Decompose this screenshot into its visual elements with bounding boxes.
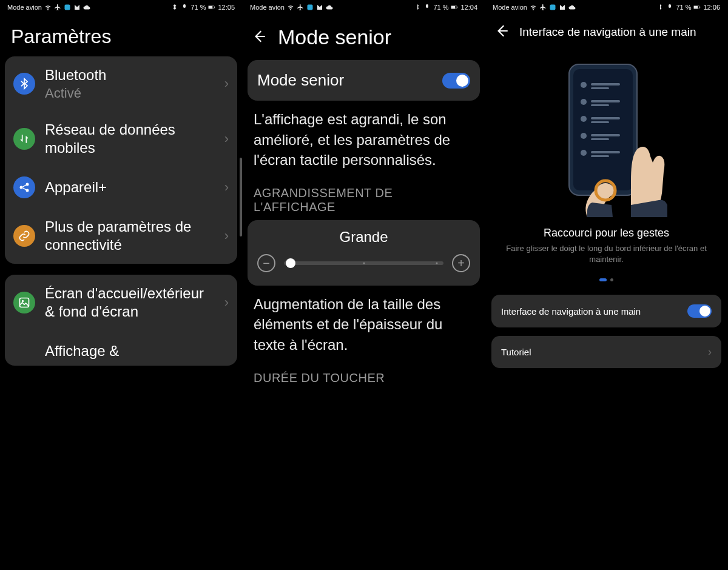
senior-mode-description: L'affichage est agrandi, le son amélioré… — [243, 101, 485, 174]
minus-button[interactable]: − — [257, 254, 275, 272]
svg-point-34 — [597, 183, 614, 198]
airplane-mode-label: Mode avion — [493, 4, 527, 11]
panel-senior-mode: Mode avion 71 % 12:04 Mode senior Mode s… — [243, 0, 485, 570]
svg-rect-16 — [700, 7, 701, 8]
gesture-heading: Raccourci pour les gestes — [485, 227, 727, 240]
toggle-label: Mode senior — [257, 71, 344, 90]
bluetooth-status-icon — [171, 4, 178, 11]
mail-icon — [73, 4, 81, 11]
battery-percent: 71 % — [676, 4, 691, 11]
svg-rect-32 — [591, 151, 620, 153]
svg-point-19 — [581, 82, 587, 88]
toggle-switch[interactable] — [687, 304, 712, 318]
svg-rect-29 — [591, 134, 620, 136]
clock: 12:04 — [460, 4, 477, 11]
plus-button[interactable]: + — [452, 254, 470, 272]
toggle-switch[interactable] — [442, 73, 470, 89]
clock: 12:05 — [218, 4, 235, 11]
wifi-icon — [44, 4, 52, 11]
image-icon — [13, 292, 35, 314]
svg-rect-27 — [591, 121, 609, 123]
bluetooth-status-icon — [414, 4, 421, 11]
row-label: Tutoriel — [501, 347, 531, 357]
slider-track[interactable] — [284, 261, 443, 265]
slider-value-label: Grande — [257, 229, 470, 246]
row-sub: Activé — [45, 86, 215, 101]
row-bluetooth[interactable]: Bluetooth Activé › — [5, 56, 237, 111]
wifi-icon — [287, 4, 294, 11]
svg-point-31 — [581, 150, 587, 156]
settings-group-display: Écran d'accueil/extérieur & fond d'écran… — [5, 275, 237, 366]
app-icon — [64, 4, 71, 11]
app-icon — [549, 4, 556, 11]
row-label: Interface de navigation à une main — [501, 306, 641, 317]
row-home-wallpaper[interactable]: Écran d'accueil/extérieur & fond d'écran… — [5, 275, 237, 330]
app-icon — [306, 4, 314, 11]
airplane-mode-label: Mode avion — [7, 4, 42, 11]
svg-rect-23 — [591, 100, 620, 102]
svg-rect-15 — [694, 6, 698, 8]
row-label: Bluetooth — [45, 66, 215, 84]
gesture-sub: Faire glisser le doigt le long du bord i… — [485, 240, 727, 265]
row-senior-mode-toggle[interactable]: Mode senior — [248, 60, 480, 101]
airplane-icon — [539, 4, 547, 11]
zoom-description: Augmentation de la taille des éléments e… — [243, 286, 485, 359]
svg-point-22 — [581, 99, 587, 105]
mute-icon — [423, 4, 431, 11]
svg-point-6 — [26, 189, 29, 192]
svg-point-28 — [581, 133, 587, 139]
row-label: Écran d'accueil/extérieur & fond d'écran — [45, 284, 215, 321]
svg-rect-13 — [550, 5, 555, 10]
row-device-plus[interactable]: Appareil+ › — [5, 167, 237, 208]
svg-rect-2 — [209, 6, 212, 8]
clock: 12:06 — [703, 4, 720, 11]
back-arrow-icon[interactable] — [494, 23, 510, 41]
wifi-icon — [530, 4, 537, 11]
row-more-connectivity[interactable]: Plus de paramètres de connectivité › — [5, 208, 237, 264]
svg-rect-20 — [591, 83, 620, 86]
row-tutorial[interactable]: Tutoriel › — [491, 336, 721, 368]
svg-rect-12 — [457, 7, 458, 8]
status-bar: Mode avion 71 % 12:06 — [485, 0, 727, 15]
row-label: Affichage & — [45, 342, 229, 360]
battery-icon — [208, 4, 215, 11]
svg-point-25 — [581, 116, 587, 122]
cloud-icon — [568, 4, 576, 11]
svg-point-5 — [26, 183, 29, 186]
row-one-hand-toggle[interactable]: Interface de navigation à une main — [491, 295, 721, 327]
slider-thumb[interactable] — [286, 258, 295, 268]
share-icon — [13, 176, 35, 198]
scrollbar[interactable] — [240, 158, 242, 236]
row-label: Appareil+ — [45, 178, 215, 196]
cloud-icon — [83, 4, 90, 11]
airplane-mode-label: Mode avion — [250, 4, 285, 11]
panel-one-hand: Mode avion 71 % 12:06 Interface de navig… — [485, 0, 728, 570]
svg-rect-24 — [591, 104, 609, 106]
back-arrow-icon[interactable] — [251, 29, 267, 47]
bluetooth-icon — [13, 73, 35, 95]
settings-group-connectivity: Bluetooth Activé › Réseau de données mob… — [5, 56, 237, 264]
row-label: Plus de paramètres de connectivité — [45, 218, 215, 254]
row-label: Réseau de données mobiles — [45, 121, 215, 157]
page-title: Interface de navigation à une main — [519, 25, 696, 39]
chevron-right-icon: › — [708, 346, 712, 358]
chevron-right-icon: › — [224, 179, 229, 195]
row-display[interactable]: Affichage & — [5, 330, 237, 366]
row-mobile-data[interactable]: Réseau de données mobiles › — [5, 111, 237, 167]
zoom-slider-card: Grande − + — [248, 220, 480, 286]
svg-rect-33 — [591, 155, 609, 157]
svg-rect-30 — [591, 138, 609, 140]
chevron-right-icon: › — [224, 228, 229, 244]
svg-rect-21 — [591, 87, 609, 89]
page-dot-active — [599, 278, 607, 281]
svg-rect-3 — [215, 7, 215, 8]
page-indicator — [485, 278, 727, 281]
mute-icon — [181, 4, 188, 11]
panel-settings: Mode avion 71 % 12:05 Paramètres Bluetoo… — [0, 0, 243, 570]
page-title: Paramètres — [0, 15, 242, 56]
chevron-right-icon: › — [224, 295, 229, 310]
illustration — [485, 49, 727, 223]
svg-rect-9 — [307, 5, 312, 10]
svg-rect-7 — [20, 298, 29, 307]
status-bar: Mode avion 71 % 12:05 — [0, 0, 242, 15]
